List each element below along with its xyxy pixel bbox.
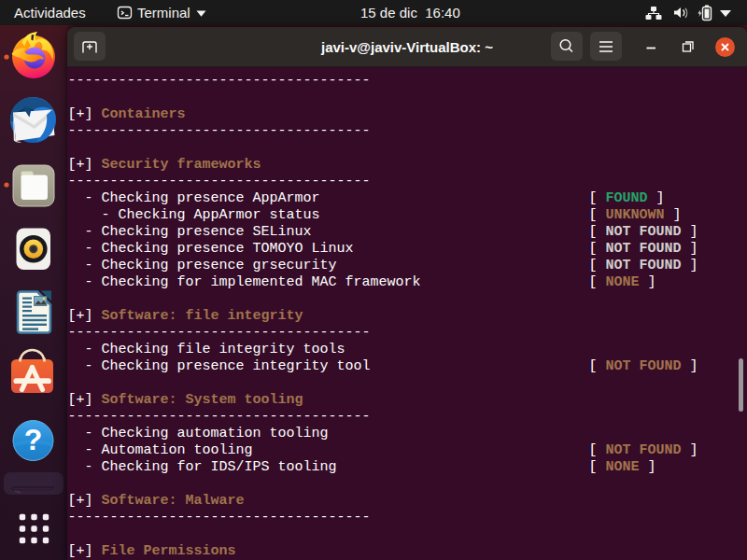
svg-text:?: ? [24,423,43,456]
